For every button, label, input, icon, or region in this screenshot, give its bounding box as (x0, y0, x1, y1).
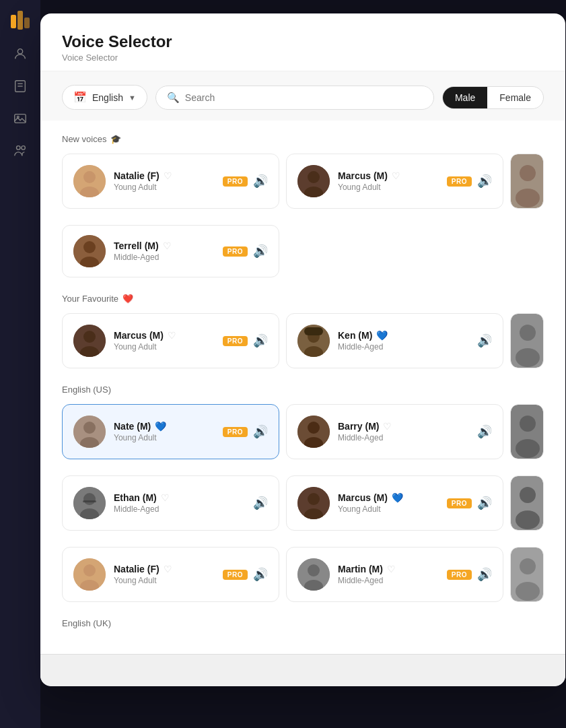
voice-card-right-2[interactable] (510, 313, 544, 368)
voice-info-martin: Martin (M) ♡ Middle-Aged (338, 564, 439, 585)
pro-badge-marcus-3: PRO (447, 498, 472, 508)
search-icon: 🔍 (167, 92, 180, 104)
pro-badge-martin: PRO (447, 570, 472, 580)
voice-info-terrell: Terrell (M) ♡ Middle-Aged (114, 240, 215, 262)
svg-rect-1 (17, 11, 23, 30)
app-logo (8, 8, 32, 35)
voice-card-right-3[interactable] (510, 404, 544, 459)
voice-card-marcus-1[interactable]: Marcus (M) ♡ Young Adult PRO 🔊 (286, 154, 503, 209)
new-voices-grid: Natalie (F) ♡ Young Adult PRO 🔊 (62, 154, 544, 209)
heart-icon-marcus-3[interactable]: 💙 (392, 492, 403, 503)
voice-card-natalie-2[interactable]: Natalie (F) ♡ Young Adult PRO 🔊 (62, 547, 279, 602)
heart-icon-marcus-2[interactable]: ♡ (168, 330, 176, 341)
svg-point-21 (83, 241, 96, 253)
voice-name-natalie: Natalie (F) (114, 170, 160, 181)
voice-actions-natalie: PRO 🔊 (223, 174, 268, 189)
language-selector-button[interactable]: 📅 English ▼ (62, 85, 147, 110)
voice-card-right-5[interactable] (510, 547, 544, 602)
voice-name-marcus-3: Marcus (M) (338, 492, 388, 503)
svg-rect-0 (11, 15, 16, 28)
voice-age-marcus-1: Young Adult (338, 183, 439, 192)
heart-icon-marcus-1[interactable]: ♡ (392, 170, 400, 181)
sidebar-item-people[interactable] (7, 137, 34, 164)
tab-male[interactable]: Male (443, 87, 487, 108)
voice-age-ken: Middle-Aged (338, 342, 469, 352)
avatar-nate (73, 416, 106, 448)
svg-point-10 (22, 146, 26, 150)
play-button-natalie[interactable]: 🔊 (253, 174, 268, 189)
pro-badge-natalie-2: PRO (223, 570, 248, 580)
voice-selector-modal: Voice Selector Voice Selector 📅 English … (40, 13, 565, 686)
section-new-voices-label: New voices 🎓 (62, 134, 544, 144)
tab-female[interactable]: Female (487, 87, 543, 108)
play-button-marcus-1[interactable]: 🔊 (477, 174, 492, 189)
play-button-marcus-2[interactable]: 🔊 (253, 333, 268, 348)
svg-point-9 (17, 146, 21, 150)
heart-icon-terrell[interactable]: ♡ (163, 240, 172, 251)
play-button-nate[interactable]: 🔊 (253, 424, 268, 439)
pro-badge-marcus-2: PRO (223, 336, 248, 346)
play-button-terrell[interactable]: 🔊 (253, 244, 268, 259)
pro-badge-terrell: PRO (223, 246, 248, 257)
svg-point-34 (83, 422, 96, 434)
voice-actions-marcus-1: PRO 🔊 (447, 174, 492, 189)
heart-icon-barry[interactable]: ♡ (383, 421, 392, 432)
svg-rect-7 (15, 114, 26, 123)
voice-card-nate[interactable]: Nate (M) 💙 Young Adult PRO 🔊 (62, 404, 279, 459)
voice-card-marcus-3[interactable]: Marcus (M) 💙 Young Adult PRO 🔊 (286, 475, 503, 531)
svg-point-41 (516, 439, 540, 458)
voice-name-marcus-2: Marcus (M) (114, 330, 164, 341)
play-button-natalie-2[interactable]: 🔊 (253, 567, 268, 582)
heart-icon-ken[interactable]: 💙 (376, 330, 388, 341)
svg-point-53 (83, 564, 96, 576)
voice-card-ken[interactable]: Ken (M) 💙 Middle-Aged 🔊 (286, 313, 503, 368)
heart-icon-natalie-2[interactable]: ♡ (164, 564, 172, 574)
voice-card-barry[interactable]: Barry (M) ♡ Middle-Aged 🔊 (286, 404, 503, 459)
avatar-marcus-1 (297, 165, 330, 197)
language-label: English (92, 92, 123, 103)
voice-card-right-1[interactable] (510, 154, 544, 209)
heart-icon-martin[interactable]: ♡ (387, 564, 396, 574)
heart-icon-ethan[interactable]: ♡ (161, 492, 170, 503)
bottom-bar (40, 654, 565, 686)
section-favourites-label: Your Favourite ❤️ (62, 294, 544, 304)
voice-actions-natalie-2: PRO 🔊 (223, 567, 268, 582)
play-button-marcus-3[interactable]: 🔊 (477, 496, 492, 510)
voice-card-natalie[interactable]: Natalie (F) ♡ Young Adult PRO 🔊 (62, 154, 279, 209)
voice-info-natalie: Natalie (F) ♡ Young Adult (114, 170, 215, 192)
play-button-barry[interactable]: 🔊 (477, 424, 492, 439)
sidebar-item-image[interactable] (7, 105, 34, 132)
svg-point-24 (83, 331, 96, 343)
sidebar-item-document[interactable] (7, 73, 34, 100)
svg-point-56 (308, 564, 320, 576)
svg-point-37 (308, 422, 320, 434)
voice-card-martin[interactable]: Martin (M) ♡ Middle-Aged PRO 🔊 (286, 547, 503, 602)
voice-info-natalie-2: Natalie (F) ♡ Young Adult (114, 564, 215, 585)
voice-age-marcus-2: Young Adult (114, 342, 215, 352)
voice-actions-nate: PRO 🔊 (223, 424, 268, 439)
gender-tabs: Male Female (442, 86, 544, 109)
avatar-barry (297, 416, 330, 448)
heart-icon-natalie[interactable]: ♡ (164, 170, 172, 181)
modal-title: Voice Selector (62, 32, 544, 51)
avatar-martin (297, 558, 330, 591)
play-button-martin[interactable]: 🔊 (477, 567, 492, 582)
svg-point-18 (520, 165, 536, 181)
voice-age-terrell: Middle-Aged (114, 253, 215, 262)
play-button-ethan[interactable]: 🔊 (253, 496, 268, 510)
svg-point-3 (17, 49, 22, 54)
svg-point-32 (516, 348, 540, 367)
modal-body: New voices 🎓 Natalie (F) (40, 121, 565, 654)
heart-icon-nate[interactable]: 💙 (155, 421, 166, 432)
play-button-ken[interactable]: 🔊 (477, 333, 492, 348)
search-input[interactable] (185, 92, 423, 103)
svg-point-19 (516, 189, 540, 207)
voice-name-barry: Barry (M) (338, 421, 379, 432)
voice-card-marcus-2[interactable]: Marcus (M) ♡ Young Adult PRO 🔊 (62, 313, 279, 368)
voice-age-barry: Middle-Aged (338, 433, 469, 442)
voice-card-right-4[interactable] (510, 475, 544, 531)
svg-point-43 (83, 493, 96, 505)
voice-card-ethan[interactable]: Ethan (M) ♡ Middle-Aged 🔊 (62, 475, 279, 531)
sidebar-item-avatar[interactable] (7, 40, 34, 67)
voice-card-terrell[interactable]: Terrell (M) ♡ Middle-Aged PRO 🔊 (62, 225, 279, 277)
